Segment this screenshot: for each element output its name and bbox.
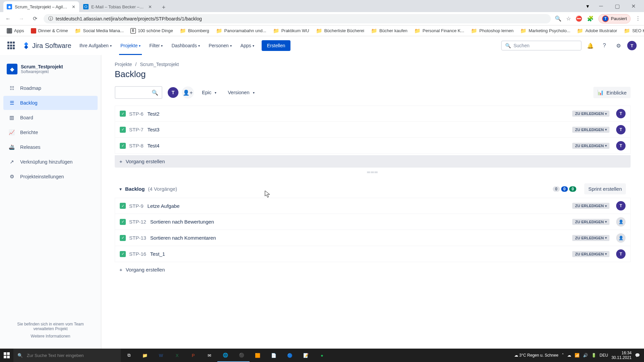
- breadcrumb-root[interactable]: Projekte: [115, 62, 132, 67]
- obs-icon[interactable]: ⚫: [233, 349, 250, 362]
- language-indicator[interactable]: DEU: [600, 353, 608, 358]
- chevron-down-icon[interactable]: ▾: [119, 186, 122, 192]
- issue-key[interactable]: STP-6: [129, 111, 144, 117]
- nav-your-work[interactable]: Ihre Aufgaben▾: [78, 36, 113, 55]
- sidebar-item-project-settings[interactable]: ⚙Projekteinstellungen: [3, 170, 98, 184]
- zoom-icon[interactable]: 🔍: [555, 15, 561, 22]
- breadcrumb-project[interactable]: Scrum_Testprojekt: [140, 62, 179, 67]
- create-issue-sprint[interactable]: + Vorgang erstellen: [115, 155, 631, 168]
- issue-key[interactable]: STP-8: [129, 143, 144, 148]
- bookmark-item[interactable]: 📁Photoshop lernen: [468, 26, 516, 35]
- browser-forward-button[interactable]: →: [17, 14, 26, 23]
- browser-tab-active[interactable]: ◆ Scrum_Testprojekt – Agile-Board ✕: [3, 1, 79, 12]
- assignee-avatar[interactable]: T: [616, 141, 626, 150]
- bookmark-item[interactable]: 📁Praktikum WU: [270, 26, 312, 35]
- sidebar-item-backlog[interactable]: ☰Backlog: [3, 96, 98, 110]
- app-switcher-icon[interactable]: [7, 42, 15, 50]
- status-badge[interactable]: ZU ERLEDIGEN▾: [572, 219, 609, 225]
- onedrive-icon[interactable]: ☁: [567, 353, 571, 358]
- site-info-icon[interactable]: ⓘ: [48, 16, 53, 22]
- section-divider-handle[interactable]: ═══: [115, 168, 631, 181]
- unassigned-avatar[interactable]: 👤: [616, 233, 626, 243]
- sidebar-item-add-link[interactable]: ↗Verknüpfung hinzufügen: [3, 155, 98, 169]
- issue-key[interactable]: STP-12: [129, 219, 146, 225]
- bookmark-item[interactable]: 📁Bücher kaufen: [368, 26, 410, 35]
- browser-back-button[interactable]: ←: [3, 14, 13, 23]
- status-badge[interactable]: ZU ERLEDIGEN▾: [572, 251, 609, 257]
- epic-filter[interactable]: Epic▾: [199, 88, 220, 97]
- window-minimize-button[interactable]: ─: [594, 1, 608, 11]
- bookmark-item[interactable]: 📁Marketing Psycholo...: [518, 26, 573, 35]
- mail-icon[interactable]: ✉: [201, 349, 217, 362]
- spotify-icon[interactable]: ●: [314, 349, 330, 362]
- add-member-button[interactable]: 👤+: [182, 86, 194, 99]
- bookmark-star-icon[interactable]: ☆: [566, 15, 571, 22]
- version-filter[interactable]: Versionen▾: [224, 88, 258, 97]
- profile-paused-button[interactable]: T Pausiert: [598, 14, 631, 23]
- unassigned-avatar[interactable]: 👤: [616, 217, 626, 227]
- bookmark-item[interactable]: Dinner & Crime: [28, 27, 71, 35]
- nav-dashboards[interactable]: Dashboards▾: [170, 36, 201, 55]
- status-badge[interactable]: ZU ERLEDIGEN▾: [572, 203, 609, 209]
- taskbar-clock[interactable]: 16:34 30.11.2021: [611, 351, 632, 360]
- weather-widget[interactable]: ☁ 3°C Regen u. Schnee: [514, 353, 558, 358]
- global-search-input[interactable]: 🔍 Suchen: [501, 41, 582, 51]
- assignee-filter-avatar[interactable]: T: [167, 86, 179, 99]
- issue-summary[interactable]: Test3: [148, 127, 569, 132]
- nav-filters[interactable]: Filter▾: [148, 36, 164, 55]
- backlog-section-header[interactable]: ▾ Backlog (4 Vorgänge) 0 0 0 Sprint erst…: [115, 181, 631, 198]
- app-icon[interactable]: 🟧: [250, 349, 266, 362]
- status-badge[interactable]: ZU ERLEDIGEN▾: [572, 111, 609, 117]
- jira-logo[interactable]: Jira Software: [22, 42, 71, 50]
- chrome-tab-search-icon[interactable]: ▾: [583, 3, 592, 9]
- assignee-avatar[interactable]: T: [616, 109, 626, 118]
- file-explorer-icon[interactable]: 📁: [137, 349, 153, 362]
- bookmark-item[interactable]: 📁Bücherliste Bücherei: [313, 26, 367, 35]
- bookmark-item[interactable]: 📁Adobe Illustrator: [574, 26, 620, 35]
- bookmark-item[interactable]: 📁SEO Kurs: [621, 26, 644, 35]
- browser-reload-button[interactable]: ⟳: [30, 14, 40, 23]
- extensions-icon[interactable]: 🧩: [587, 15, 594, 22]
- assignee-avatar[interactable]: T: [616, 201, 626, 210]
- window-close-button[interactable]: ✕: [626, 1, 641, 11]
- word-icon[interactable]: W: [153, 349, 169, 362]
- adblock-icon[interactable]: ⛔: [576, 15, 582, 22]
- issue-summary[interactable]: Test2: [148, 111, 569, 117]
- project-header[interactable]: ◆ Scrum_Testprojekt Softwareprojekt: [3, 62, 98, 81]
- close-icon[interactable]: ✕: [148, 4, 152, 9]
- battery-icon[interactable]: 🔋: [591, 353, 596, 358]
- chrome-icon[interactable]: 🌐: [217, 349, 233, 362]
- create-issue-backlog[interactable]: + Vorgang erstellen: [115, 263, 631, 276]
- taskbar-search-input[interactable]: 🔍 Zur Suche Text hier eingeben: [13, 349, 121, 362]
- notifications-icon[interactable]: 🔔: [585, 40, 596, 51]
- apps-bookmark[interactable]: ⋮⋮ Apps: [4, 27, 27, 35]
- bookmark-item[interactable]: B100 schöne Dinge: [128, 27, 176, 35]
- nav-people[interactable]: Personen▾: [207, 36, 233, 55]
- issue-summary[interactable]: Test_1: [150, 251, 569, 257]
- powerpoint-icon[interactable]: P: [185, 349, 201, 362]
- nav-projects[interactable]: Projekte▾: [119, 36, 142, 55]
- bookmark-item[interactable]: 📁Panoramabahn und...: [213, 26, 269, 35]
- browser-tab-inactive[interactable]: O E-Mail – Tobias Becker – Outlook ✕: [80, 1, 156, 12]
- sidebar-item-releases[interactable]: 🚢Releases: [3, 140, 98, 154]
- assignee-avatar[interactable]: T: [616, 249, 626, 259]
- issue-key[interactable]: STP-13: [129, 235, 146, 241]
- create-button[interactable]: Erstellen: [262, 40, 290, 51]
- assignee-avatar[interactable]: T: [616, 125, 626, 134]
- volume-icon[interactable]: 🔊: [583, 353, 588, 358]
- bookmark-item[interactable]: 📁Bloomberg: [177, 26, 212, 35]
- excel-icon[interactable]: X: [169, 349, 185, 362]
- sidebar-footer-link[interactable]: Weitere Informationen: [9, 334, 92, 339]
- create-sprint-button[interactable]: Sprint erstellen: [584, 183, 626, 194]
- window-maximize-button[interactable]: ▢: [610, 1, 625, 11]
- issue-key[interactable]: STP-16: [129, 251, 146, 257]
- start-button[interactable]: [0, 349, 13, 362]
- sidebar-item-board[interactable]: ▥Board: [3, 111, 98, 125]
- issue-key[interactable]: STP-9: [129, 203, 144, 209]
- help-icon[interactable]: ?: [599, 40, 610, 51]
- nav-apps[interactable]: Apps▾: [239, 36, 256, 55]
- bookmark-item[interactable]: 📁Personal Finance K...: [412, 26, 467, 35]
- status-badge[interactable]: ZU ERLEDIGEN▾: [572, 143, 609, 149]
- edge-icon[interactable]: 🔵: [282, 349, 298, 362]
- issue-key[interactable]: STP-7: [129, 127, 144, 132]
